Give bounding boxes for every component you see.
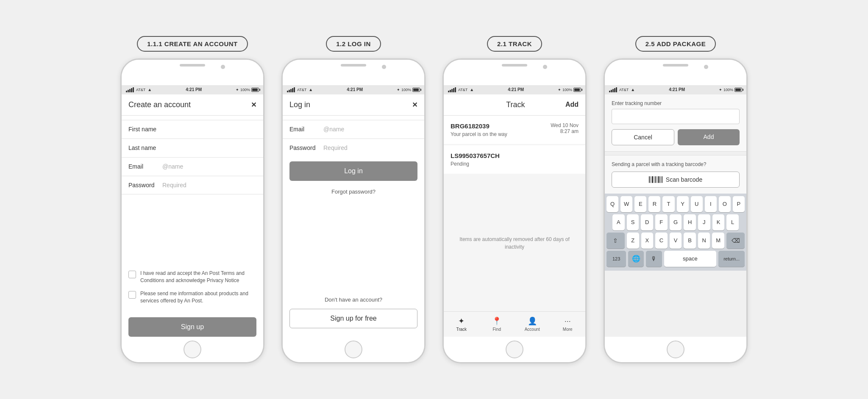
key-globe[interactable]: 🌐 bbox=[628, 251, 644, 267]
nav-bar-2: Log in ✕ bbox=[283, 94, 424, 116]
stripe4 bbox=[654, 176, 654, 183]
signup-free-button[interactable]: Sign up for free bbox=[289, 309, 417, 328]
phone-top-3 bbox=[444, 60, 585, 85]
track-item-left-1: BRG6182039 Your parcel is on the way bbox=[451, 122, 507, 137]
track-item-1[interactable]: BRG6182039 Your parcel is on the way Wed… bbox=[444, 116, 585, 144]
field-email-2[interactable]: Email @name bbox=[283, 120, 424, 139]
signal-4: AT&T ▲ bbox=[609, 87, 635, 92]
status-bar-1: AT&T ▲ 4:21 PM ✦ 100% bbox=[122, 85, 263, 94]
key-i[interactable]: I bbox=[705, 196, 717, 212]
s4-2 bbox=[611, 90, 612, 92]
key-return[interactable]: return... bbox=[718, 251, 745, 267]
email-input-1[interactable]: @name bbox=[162, 163, 256, 170]
track-item-2[interactable]: LS995037657CH Pending bbox=[444, 145, 585, 174]
phone-login: AT&T ▲ 4:21 PM ✦ 100% Log in ✕ Email @na… bbox=[281, 58, 426, 363]
tracking-status-2: Pending bbox=[451, 161, 500, 167]
tab-find[interactable]: 📍 Find bbox=[479, 316, 515, 332]
key-h[interactable]: H bbox=[684, 214, 696, 230]
field-email-1[interactable]: Email @name bbox=[122, 157, 263, 176]
screen-label-create-account: 1.1.1 CREATE AN ACCOUNT bbox=[137, 36, 248, 52]
tab-track-label: Track bbox=[456, 327, 467, 332]
nav-bar-1: Create an account ✕ bbox=[122, 94, 263, 116]
stripe5 bbox=[655, 176, 656, 183]
track-date-1: Wed 10 Nov bbox=[551, 122, 579, 128]
bluetooth-2: ✦ bbox=[397, 88, 400, 92]
key-shift[interactable]: ⇧ bbox=[606, 233, 625, 249]
email-label-2: Email bbox=[289, 126, 323, 133]
field-password-2[interactable]: Password Required bbox=[283, 139, 424, 157]
signal-dots-3 bbox=[448, 87, 456, 92]
key-space[interactable]: space bbox=[664, 251, 717, 267]
home-button-2[interactable] bbox=[345, 341, 362, 358]
s3 bbox=[129, 89, 131, 92]
nav-add-button[interactable]: Add bbox=[565, 101, 579, 108]
scan-barcode-button[interactable]: Scan barcode bbox=[612, 172, 740, 188]
status-bar-2: AT&T ▲ 4:21 PM ✦ 100% bbox=[283, 85, 424, 94]
checkbox-1[interactable] bbox=[128, 271, 136, 278]
phone-top-2 bbox=[283, 60, 424, 85]
s4-4 bbox=[614, 88, 615, 92]
screen-create-account: 1.1.1 CREATE AN ACCOUNT AT&T ▲ 4:21 PM ✦ bbox=[120, 36, 264, 363]
add-barcode-area: Sending a parcel with a tracking barcode… bbox=[605, 155, 746, 194]
stripe6 bbox=[657, 176, 657, 183]
camera-1 bbox=[221, 65, 225, 69]
home-button-4[interactable] bbox=[667, 341, 684, 358]
key-m[interactable]: M bbox=[712, 233, 724, 249]
key-a[interactable]: A bbox=[612, 214, 625, 230]
bluetooth-1: ✦ bbox=[236, 88, 239, 92]
add-button[interactable]: Add bbox=[678, 129, 740, 145]
key-b[interactable]: B bbox=[684, 233, 696, 249]
key-f[interactable]: F bbox=[655, 214, 668, 230]
s4 bbox=[131, 88, 132, 92]
key-j[interactable]: J bbox=[698, 214, 710, 230]
key-c[interactable]: C bbox=[655, 233, 668, 249]
key-v[interactable]: V bbox=[670, 233, 682, 249]
key-z[interactable]: Z bbox=[627, 233, 639, 249]
checkbox-2[interactable] bbox=[128, 291, 136, 299]
tracking-number-input[interactable] bbox=[612, 109, 740, 124]
signal-1: AT&T ▲ bbox=[126, 87, 152, 92]
s2-4 bbox=[292, 88, 293, 92]
key-x[interactable]: X bbox=[641, 233, 654, 249]
key-123[interactable]: 123 bbox=[606, 251, 626, 267]
key-r[interactable]: R bbox=[648, 196, 660, 212]
cancel-button[interactable]: Cancel bbox=[612, 129, 674, 145]
key-p[interactable]: P bbox=[733, 196, 745, 212]
key-d[interactable]: D bbox=[641, 214, 653, 230]
key-l[interactable]: L bbox=[726, 214, 739, 230]
password-input-1[interactable]: Required bbox=[162, 182, 256, 188]
key-n[interactable]: N bbox=[698, 233, 710, 249]
nav-close-1[interactable]: ✕ bbox=[251, 101, 256, 109]
forgot-password-text[interactable]: Forgot password? bbox=[283, 188, 424, 195]
key-u[interactable]: U bbox=[691, 196, 703, 212]
key-o[interactable]: O bbox=[719, 196, 731, 212]
key-q[interactable]: Q bbox=[606, 196, 618, 212]
key-mic[interactable]: 🎙 bbox=[646, 251, 662, 267]
key-backspace[interactable]: ⌫ bbox=[726, 233, 745, 249]
phone-add-package: AT&T ▲ 4:21 PM ✦ 100% Enter tracking num… bbox=[604, 58, 748, 363]
password-input-2[interactable]: Required bbox=[323, 144, 417, 151]
track-time-1: 8:27 am bbox=[551, 128, 579, 134]
email-input-2[interactable]: @name bbox=[323, 126, 417, 133]
key-s[interactable]: S bbox=[627, 214, 639, 230]
home-button-1[interactable] bbox=[184, 341, 201, 358]
key-k[interactable]: K bbox=[712, 214, 725, 230]
nav-close-2[interactable]: ✕ bbox=[412, 101, 417, 109]
field-password-1[interactable]: Password Required bbox=[122, 176, 263, 194]
login-button[interactable]: Log in bbox=[289, 161, 417, 181]
key-w[interactable]: W bbox=[620, 196, 632, 212]
bluetooth-4: ✦ bbox=[719, 88, 722, 92]
track-empty-text: Items are automatically removed after 60… bbox=[451, 236, 579, 251]
phone-top-4 bbox=[605, 60, 746, 85]
tab-more[interactable]: ··· More bbox=[550, 317, 586, 332]
key-t[interactable]: T bbox=[662, 196, 674, 212]
key-g[interactable]: G bbox=[670, 214, 682, 230]
signal-dots-2 bbox=[287, 87, 295, 92]
tab-account[interactable]: 👤 Account bbox=[515, 316, 550, 332]
s3-1 bbox=[448, 91, 449, 92]
key-e[interactable]: E bbox=[634, 196, 646, 212]
signup-button[interactable]: Sign up bbox=[128, 317, 256, 337]
home-button-3[interactable] bbox=[506, 341, 523, 358]
key-y[interactable]: Y bbox=[677, 196, 689, 212]
tab-track[interactable]: ✦ Track bbox=[444, 316, 479, 332]
